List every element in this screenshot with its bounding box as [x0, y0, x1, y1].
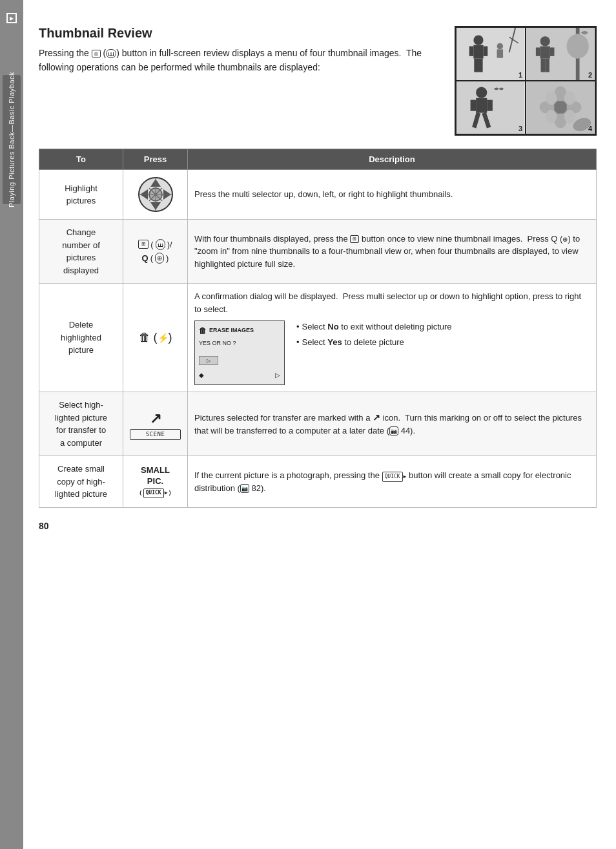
ref-icon-44: 📷	[389, 426, 398, 435]
thumb-cell-3: 3	[456, 81, 526, 134]
sidebar-tab: Playing Pictures Back—Basic Playback	[3, 75, 21, 204]
info-table: To Press Description Highlightpictures	[39, 149, 597, 508]
trash-icon2: 🗑	[199, 325, 207, 337]
svg-rect-8	[497, 49, 504, 58]
quick-badge: (QUICK▶)	[139, 488, 172, 498]
to-label-small: Create smallcopy of high-lighted picture	[55, 464, 107, 499]
thumb-btn-icon: ⊞	[138, 240, 149, 249]
w-icon: ꟺ	[156, 239, 165, 250]
thumbnail-grid-illustration: 1 2	[455, 26, 597, 136]
svg-rect-0	[457, 28, 525, 80]
svg-rect-17	[545, 59, 549, 72]
row-to-delete: Deletehighlightedpicture	[39, 284, 123, 392]
svg-rect-15	[550, 47, 555, 56]
row-to-change: Changenumber ofpicturesdisplayed	[39, 220, 123, 284]
svg-rect-3	[469, 47, 474, 56]
th-press: Press	[123, 149, 188, 170]
sidebar-label: Playing Pictures Back—Basic Playback	[8, 72, 15, 207]
erase-buttons: ▷	[199, 356, 280, 365]
svg-point-35	[546, 110, 557, 123]
delete-bullets: • Select No to exit without deleting pic…	[296, 320, 452, 348]
thumb-cell-2: 2	[526, 27, 595, 81]
lightning-icon: ⚡	[158, 333, 169, 343]
erase-title: 🗑 ERASE IMAGES	[199, 325, 280, 337]
svg-rect-13	[540, 47, 550, 59]
small-pic-label: SMALLPIC. (QUICK▶)	[130, 465, 181, 498]
scene-icon-block: ↗ SCENE	[130, 408, 181, 441]
svg-point-36	[564, 110, 575, 123]
svg-rect-14	[536, 47, 540, 56]
zoom-btn-row: Q ( ⊕ )	[142, 252, 169, 265]
th-description: Description	[188, 149, 597, 170]
delete-desc: A confirmation dialog will be displayed.…	[194, 290, 590, 385]
delete-icon: 🗑 (⚡)	[130, 329, 181, 346]
main-content: Thumbnail Review Pressing the ⊞ (ꟺ) butt…	[26, 0, 616, 557]
row-press-transfer: ↗ SCENE	[123, 392, 188, 456]
thumbnail-zoom-icons: ⊞ ( ꟺ )/ Q ( ⊕ )	[130, 238, 181, 265]
svg-point-19	[567, 34, 589, 59]
svg-rect-22	[476, 98, 487, 113]
delete-text-top: A confirmation dialog will be displayed.…	[194, 290, 590, 315]
paren-open2: (	[150, 252, 153, 265]
to-label-transfer: Select high-lighted picturefor transfer …	[55, 400, 107, 448]
quickref-label: QUICK	[382, 472, 403, 482]
svg-rect-2	[473, 45, 483, 59]
svg-point-33	[546, 91, 557, 105]
thumb-num-3: 3	[518, 125, 522, 132]
row-desc-small: If the current picture is a photograph, …	[188, 456, 597, 508]
svg-rect-4	[484, 47, 488, 56]
row-to-transfer: Select high-lighted picturefor transfer …	[39, 392, 123, 456]
thumbnail-btn-row: ⊞ ( ꟺ )/	[138, 238, 172, 251]
q-label: Q	[142, 252, 149, 265]
row-desc-transfer: Pictures selected for transfer are marke…	[188, 392, 597, 456]
svg-point-12	[540, 36, 550, 46]
quickref-arrow: ▶	[404, 473, 407, 481]
header-text: Thumbnail Review Pressing the ⊞ (ꟺ) butt…	[39, 26, 442, 75]
thumb-num-1: 1	[518, 71, 522, 79]
svg-point-37	[554, 101, 566, 113]
row-press-highlight	[123, 170, 188, 220]
delete-detail: 🗑 ERASE IMAGES YES OR NO ? ▷ ◆ ▷	[194, 320, 590, 385]
thumb-num-2: 2	[588, 71, 592, 79]
multi-selector-icon	[130, 176, 181, 213]
zoom-icon: ⊕	[155, 253, 164, 264]
to-label-highlight: Highlightpictures	[65, 183, 98, 206]
thumb-cell-4: 4	[526, 81, 595, 134]
paren-close2: )	[166, 252, 169, 265]
svg-point-21	[476, 87, 487, 98]
erase-nav-row: ◆ ▷	[199, 370, 280, 380]
to-label-delete: Deletehighlightedpicture	[61, 320, 101, 355]
bullet-dot2: •	[296, 336, 300, 349]
quick-label: QUICK	[143, 488, 164, 498]
desc-thumb-icon: ⊞	[350, 235, 359, 243]
scene-badge: SCENE	[130, 429, 181, 441]
erase-dialog-image: 🗑 ERASE IMAGES YES OR NO ? ▷ ◆ ▷	[194, 320, 285, 385]
svg-point-1	[473, 35, 483, 45]
erase-arrow-btn[interactable]: ▷	[199, 356, 218, 365]
desc-zoom-icon: ⊕	[562, 236, 568, 243]
left-nav: ◆	[199, 370, 204, 380]
quick-arrow: ▶	[165, 490, 168, 496]
row-desc-change: With four thumbnails displayed, press th…	[188, 220, 597, 284]
svg-point-7	[497, 43, 504, 50]
quickref-badge: QUICK▶	[382, 472, 407, 482]
svg-rect-6	[478, 59, 483, 72]
th-to: To	[39, 149, 123, 170]
transfer-arrow-icon: ↗	[130, 408, 181, 429]
bullet-dot: •	[296, 320, 300, 333]
svg-rect-24	[487, 100, 493, 111]
table-row-change-number: Changenumber ofpicturesdisplayed ⊞ ( ꟺ )…	[39, 220, 597, 284]
bullet-no: • Select No to exit without deleting pic…	[296, 320, 452, 333]
sidebar: Playing Pictures Back—Basic Playback	[0, 0, 23, 849]
thumb-num-4: 4	[588, 125, 592, 132]
intro-text: Pressing the ⊞ (ꟺ) button in full-screen…	[39, 46, 442, 75]
to-label-change: Changenumber ofpicturesdisplayed	[62, 227, 100, 275]
svg-rect-16	[541, 59, 546, 72]
thumbnail-button-icon: ⊞	[92, 50, 101, 58]
table-row-highlight: Highlightpictures	[39, 170, 597, 220]
bullet-yes: • Select Yes to delete picture	[296, 336, 452, 349]
row-press-small: SMALLPIC. (QUICK▶)	[123, 456, 188, 508]
row-to-highlight: Highlightpictures	[39, 170, 123, 220]
transfer-mark-icon: ↗	[373, 412, 380, 423]
w-button-icon: ꟺ	[106, 49, 116, 58]
